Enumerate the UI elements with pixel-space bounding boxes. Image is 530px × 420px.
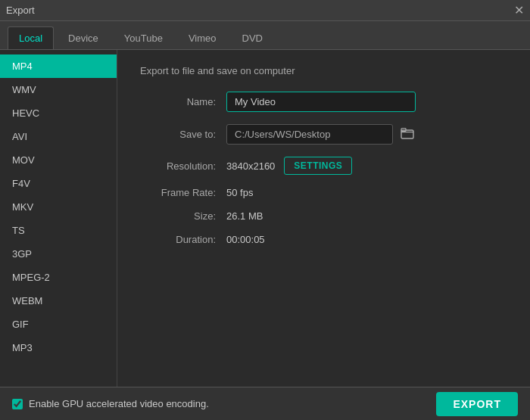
format-sidebar: MP4 WMV HEVC AVI MOV F4V MKV TS 3GP MPEG… [0,50,117,387]
name-row: Name: [140,92,507,112]
size-row: Size: 26.1 MB [140,210,507,222]
close-icon[interactable]: ✕ [514,5,524,17]
tab-local[interactable]: Local [8,26,54,49]
saveto-input[interactable] [226,124,393,145]
gpu-label[interactable]: Enable GPU accelerated video encoding. [12,398,209,409]
sidebar-item-mpeg2[interactable]: MPEG-2 [0,266,117,289]
size-value: 26.1 MB [226,210,263,222]
duration-label: Duration: [140,234,216,245]
browse-folder-button[interactable] [398,126,417,144]
export-content: Export to file and save on computer Name… [117,50,530,387]
sidebar-item-3gp[interactable]: 3GP [0,242,117,266]
sidebar-item-mp4[interactable]: MP4 [0,54,117,78]
framerate-label: Frame Rate: [140,187,216,198]
name-input[interactable] [226,92,416,112]
framerate-value: 50 fps [226,187,253,198]
sidebar-item-mkv[interactable]: MKV [0,195,117,219]
sidebar-item-ts[interactable]: TS [0,219,117,242]
tab-youtube[interactable]: YouTube [113,26,174,49]
sidebar-item-gif[interactable]: GIF [0,313,117,336]
gpu-label-text: Enable GPU accelerated video encoding. [29,398,209,409]
tabbar: Local Device YouTube Vimeo DVD [0,21,530,50]
duration-row: Duration: 00:00:05 [140,234,507,245]
titlebar-title: Export [6,5,35,16]
bottombar: Enable GPU accelerated video encoding. E… [0,387,530,420]
sidebar-item-mov[interactable]: MOV [0,148,117,172]
tab-device[interactable]: Device [57,26,110,49]
framerate-row: Frame Rate: 50 fps [140,187,507,198]
resolution-controls: 3840x2160 SETTINGS [226,157,352,175]
sidebar-item-f4v[interactable]: F4V [0,172,117,195]
saveto-row: Save to: [140,124,507,145]
tab-dvd[interactable]: DVD [231,26,274,49]
settings-button[interactable]: SETTINGS [284,157,352,175]
size-label: Size: [140,210,216,222]
sidebar-item-hevc[interactable]: HEVC [0,101,117,125]
resolution-label: Resolution: [140,160,216,172]
resolution-row: Resolution: 3840x2160 SETTINGS [140,157,507,175]
name-label: Name: [140,96,216,107]
export-button[interactable]: EXPORT [436,392,518,416]
saveto-control [226,124,417,145]
section-title: Export to file and save on computer [140,65,507,76]
main-content: MP4 WMV HEVC AVI MOV F4V MKV TS 3GP MPEG… [0,50,530,387]
duration-value: 00:00:05 [226,234,265,245]
sidebar-item-mp3[interactable]: MP3 [0,336,117,359]
titlebar: Export ✕ [0,0,530,21]
gpu-checkbox[interactable] [12,399,23,409]
sidebar-item-wmv[interactable]: WMV [0,78,117,101]
tab-vimeo[interactable]: Vimeo [177,26,228,49]
sidebar-item-webm[interactable]: WEBM [0,289,117,313]
saveto-label: Save to: [140,129,216,140]
sidebar-item-avi[interactable]: AVI [0,125,117,148]
resolution-value: 3840x2160 [226,160,275,172]
